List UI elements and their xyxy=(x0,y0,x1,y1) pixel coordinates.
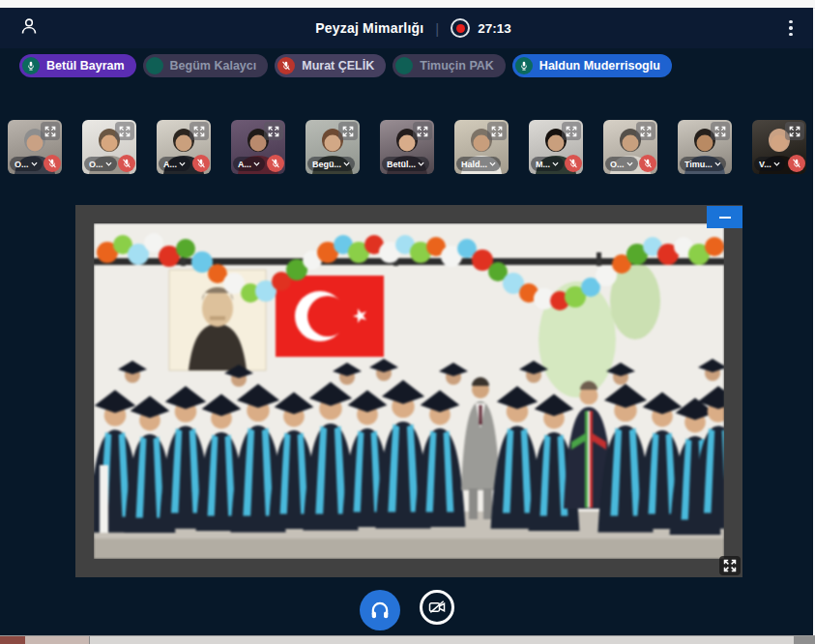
webcam-tile[interactable]: V... xyxy=(752,120,806,174)
participant-name: Timu... xyxy=(684,160,713,169)
muted-mic-badge xyxy=(192,155,210,172)
recording-indicator[interactable]: 27:13 xyxy=(451,18,511,38)
participant-name: A... xyxy=(238,160,251,169)
participant-name-chip[interactable]: M... xyxy=(531,157,564,171)
chevron-down-icon xyxy=(179,161,186,166)
participant-name-chip[interactable]: Hald... xyxy=(456,157,501,171)
webcam-tile[interactable]: Timu... xyxy=(678,120,732,174)
participant-name-chip[interactable]: Timu... xyxy=(680,157,726,171)
tile-fullscreen-icon[interactable] xyxy=(338,122,358,140)
listen-only-dot-icon xyxy=(146,57,163,74)
speaker-name: Murat ÇELİK xyxy=(302,59,374,73)
webcam-tile[interactable]: O... xyxy=(8,120,62,174)
audio-headphones-button[interactable] xyxy=(360,590,400,630)
chevron-down-icon xyxy=(418,161,424,166)
webcam-tile[interactable]: O... xyxy=(82,120,136,174)
speaker-name: Betül Bayram xyxy=(46,59,125,73)
window-bottom-edge xyxy=(0,635,815,644)
participant-name-chip[interactable]: O... xyxy=(605,157,638,171)
chevron-down-icon xyxy=(489,161,496,166)
muted-mic-badge xyxy=(565,155,582,172)
webcam-tile[interactable]: A... xyxy=(231,120,285,174)
tile-fullscreen-icon[interactable] xyxy=(189,122,209,140)
speaker-pill[interactable]: Betül Bayram xyxy=(19,54,136,77)
tile-fullscreen-icon[interactable] xyxy=(711,122,730,140)
listen-only-dot-icon xyxy=(395,57,413,74)
participant-name-chip[interactable]: O... xyxy=(84,157,117,171)
participant-name-chip[interactable]: Betül... xyxy=(382,157,429,171)
speaker-pill[interactable]: Timuçin PAK xyxy=(393,54,506,77)
tile-fullscreen-icon[interactable] xyxy=(41,122,60,140)
tile-fullscreen-icon[interactable] xyxy=(487,122,507,140)
chevron-down-icon xyxy=(552,161,559,166)
chevron-down-icon xyxy=(773,161,780,166)
action-bar xyxy=(0,590,813,630)
participant-name-chip[interactable]: V... xyxy=(754,157,785,171)
participant-name: Begü... xyxy=(312,160,341,169)
tile-fullscreen-icon[interactable] xyxy=(115,122,134,140)
speaker-pill[interactable]: Begüm Kalaycı xyxy=(143,54,269,77)
mic-muted-icon xyxy=(277,57,295,74)
person-icon[interactable] xyxy=(19,16,39,40)
chevron-down-icon xyxy=(105,161,112,166)
participant-name-chip[interactable]: Begü... xyxy=(307,157,355,171)
kebab-menu-icon[interactable] xyxy=(769,20,813,37)
muted-mic-badge xyxy=(44,155,61,172)
mic-on-icon xyxy=(515,57,533,74)
participant-name-chip[interactable]: A... xyxy=(159,157,190,171)
muted-mic-badge xyxy=(639,155,656,172)
webcam-row: O... O... xyxy=(8,120,806,174)
webcam-tile[interactable]: O... xyxy=(603,120,657,174)
tile-fullscreen-icon[interactable] xyxy=(413,122,432,140)
chevron-down-icon xyxy=(714,161,721,166)
webcam-tile[interactable]: Betül... xyxy=(380,120,434,174)
record-indicator-icon xyxy=(451,18,470,38)
participant-name: O... xyxy=(15,160,29,169)
speaker-pill[interactable]: Murat ÇELİK xyxy=(275,54,386,77)
webcam-tile[interactable]: Begü... xyxy=(306,120,360,174)
webcam-tile[interactable]: M... xyxy=(529,120,583,174)
speaker-name: Begüm Kalaycı xyxy=(170,59,257,73)
chevron-down-icon xyxy=(343,161,350,166)
muted-mic-badge xyxy=(267,155,284,172)
camera-off-button[interactable] xyxy=(420,590,454,625)
recording-timer: 27:13 xyxy=(478,21,511,36)
title-separator: | xyxy=(435,20,439,37)
minimize-presentation-button[interactable] xyxy=(707,206,742,228)
speaker-pill-row: Betül Bayram Begüm Kalaycı Murat ÇELİK T… xyxy=(19,54,672,77)
participant-name: O... xyxy=(89,160,103,169)
speaker-pill[interactable]: Haldun Muderrisoglu xyxy=(512,54,672,77)
conference-app: Peyzaj Mimarlığı | 27:13 Betül Bayram xyxy=(0,8,813,636)
speaker-name: Timuçin PAK xyxy=(420,59,494,73)
participant-name-chip[interactable]: O... xyxy=(10,157,43,171)
muted-mic-badge xyxy=(788,155,805,172)
tile-fullscreen-icon[interactable] xyxy=(785,122,804,140)
mic-on-icon xyxy=(22,57,40,74)
speaker-name: Haldun Muderrisoglu xyxy=(539,59,660,73)
muted-mic-badge xyxy=(118,155,135,172)
tile-fullscreen-icon[interactable] xyxy=(636,122,655,140)
top-bar: Peyzaj Mimarlığı | 27:13 xyxy=(0,8,813,48)
participant-name: M... xyxy=(536,160,550,169)
webcam-tile[interactable]: A... xyxy=(157,120,211,174)
chevron-down-icon xyxy=(253,161,260,166)
presentation-area xyxy=(75,205,742,577)
tile-fullscreen-icon[interactable] xyxy=(264,122,283,140)
participant-name: O... xyxy=(610,160,625,169)
participant-name: Hald... xyxy=(461,160,487,169)
browser-window: Peyzaj Mimarlığı | 27:13 Betül Bayram xyxy=(0,0,815,644)
participant-name-chip[interactable]: A... xyxy=(233,157,265,171)
tile-fullscreen-icon[interactable] xyxy=(562,122,581,140)
meeting-title: Peyzaj Mimarlığı xyxy=(315,20,423,36)
participant-name: A... xyxy=(163,160,177,169)
chevron-down-icon xyxy=(31,161,38,166)
presentation-photo xyxy=(94,223,724,559)
chevron-down-icon xyxy=(626,161,633,166)
webcam-tile[interactable]: Hald... xyxy=(454,120,509,174)
participant-name: V... xyxy=(759,160,771,169)
participant-name: Betül... xyxy=(387,160,416,169)
presentation-fullscreen-button[interactable] xyxy=(719,556,741,575)
